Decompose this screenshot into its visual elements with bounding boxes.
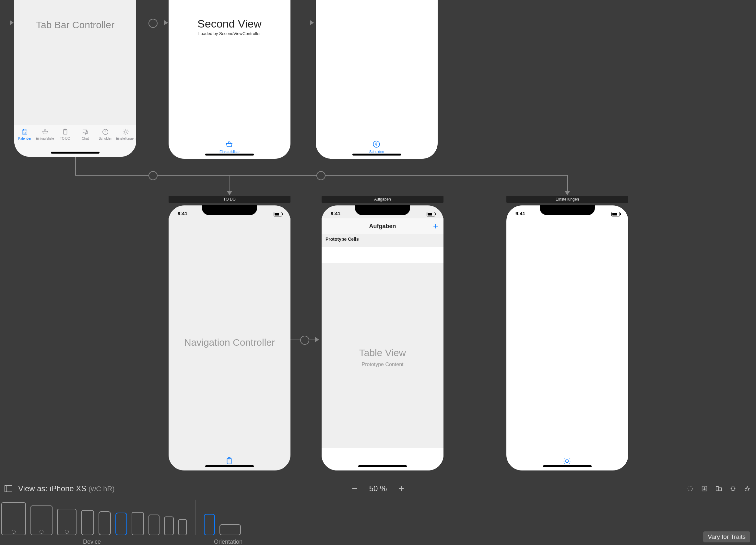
add-button[interactable]: + [433, 221, 438, 231]
align-icon[interactable] [715, 485, 723, 492]
orientation-portrait[interactable] [204, 514, 215, 535]
tab-label: Einstellungen [116, 137, 136, 140]
segue-arrow [290, 23, 311, 23]
tab-item-to do[interactable]: TO DO [55, 128, 75, 140]
battery-icon [611, 212, 620, 217]
tabbar-controller-title: Tab Bar Controller [14, 19, 136, 30]
basket-icon [224, 140, 235, 149]
segue-circle-icon[interactable] [300, 336, 309, 345]
segue-line [567, 175, 568, 192]
scene-tabbar-controller[interactable]: Tab Bar Controller 18KalenderEinkaufslis… [14, 0, 136, 157]
scene-einstellungen-view[interactable]: 9:41 [506, 206, 628, 470]
vary-for-traits-button[interactable]: Vary for Traits [703, 531, 750, 542]
segue-arrow [309, 339, 316, 340]
device-iphone-se[interactable] [164, 516, 174, 535]
device-iphone-4s[interactable] [178, 519, 187, 535]
tab-item-kalender[interactable]: 18Kalender [15, 128, 34, 140]
device-iphone-xs-max[interactable] [81, 510, 94, 535]
gear-icon [562, 457, 573, 466]
scene-label-aufgaben[interactable]: Aufgaben [322, 196, 443, 203]
clipboard-icon [60, 128, 70, 136]
panel-toggle-icon[interactable] [5, 485, 12, 492]
device-ipad-pro-12[interactable] [1, 502, 26, 535]
view-as-label[interactable]: View as: iPhone XS (wC hR) [18, 484, 115, 493]
segue-circle-icon[interactable] [316, 171, 325, 180]
tab-item-chat[interactable]: Chat [76, 128, 95, 140]
tab-item-schulden[interactable]: €Schulden [96, 128, 115, 140]
scene-label-todo[interactable]: TO DO [169, 196, 290, 203]
segue-arrow [136, 23, 149, 23]
svg-point-6 [124, 131, 127, 133]
svg-point-11 [566, 460, 569, 463]
battery-icon [427, 212, 435, 217]
tab-item-einkaufsliste[interactable]: Einkaufsliste [35, 128, 55, 140]
scene-aufgaben-tableview[interactable]: 9:41 Aufgaben + Prototype Cells Table Vi… [322, 206, 443, 470]
table-view-subtitle: Prototype Content [322, 361, 443, 367]
orientation-label: Orientation [214, 539, 242, 545]
device-label: Device [83, 539, 101, 545]
tab-label: Einkaufsliste [219, 150, 240, 154]
view-as-traits: (wC hR) [89, 485, 115, 493]
tab-label: TO DO [60, 137, 70, 140]
scene-label-einstellungen[interactable]: Einstellungen [506, 196, 628, 203]
device-iphone-8[interactable] [148, 515, 159, 535]
segue-arrow [157, 23, 165, 23]
storyboard-canvas[interactable]: Tab Bar Controller 18KalenderEinkaufslis… [0, 0, 756, 480]
tab-label: Chat [82, 137, 89, 140]
scene-second-view[interactable]: Second View Loaded by SecondViewControll… [169, 0, 290, 159]
tab-item-schulden[interactable]: € Schulden [369, 140, 384, 154]
arrow-head-icon [227, 191, 232, 195]
device-ipad-pro-11[interactable] [30, 505, 53, 535]
tab-item-todo[interactable] [224, 457, 235, 466]
resolve-issues-icon[interactable] [743, 485, 751, 492]
zoom-out-button[interactable]: − [350, 484, 360, 493]
prototype-cell[interactable] [322, 247, 443, 264]
zoom-in-button[interactable]: + [396, 484, 406, 493]
home-indicator [205, 465, 254, 467]
orientation-landscape[interactable] [219, 524, 241, 535]
tab-item-einstellungen[interactable] [562, 457, 573, 466]
scene-schulden-view[interactable]: € Schulden [316, 0, 438, 159]
clipboard-icon [224, 457, 235, 466]
scene-todo-nav-controller[interactable]: 9:41 Navigation Controller [169, 206, 290, 470]
device-iphone-8-plus[interactable] [132, 512, 144, 535]
device-picker [1, 500, 241, 535]
calendar-icon: 18 [20, 128, 30, 136]
update-frames-icon[interactable] [686, 485, 694, 492]
pin-icon[interactable] [729, 485, 737, 492]
device-iphone-xr[interactable] [99, 511, 111, 535]
home-indicator [543, 465, 592, 467]
status-bar: 9:41 [169, 209, 290, 217]
device-iphone-xs[interactable] [115, 513, 127, 535]
segue-circle-icon[interactable] [148, 171, 158, 180]
home-indicator [205, 154, 254, 156]
view-as-prefix: View as: [18, 484, 50, 493]
euro-icon: € [100, 128, 110, 136]
basket-icon [40, 128, 50, 136]
svg-text:€: € [105, 130, 107, 134]
view-as-device: iPhone XS [50, 484, 89, 493]
arrow-head-icon [164, 20, 168, 25]
second-view-title: Second View [169, 18, 290, 30]
embed-in-icon[interactable] [700, 485, 709, 492]
arrow-head-icon [315, 337, 319, 342]
divider [195, 500, 195, 535]
tab-item-einstellungen[interactable]: Einstellungen [116, 128, 136, 140]
tab-label: Schulden [99, 137, 112, 140]
device-ipad[interactable] [57, 509, 77, 535]
nav-bar: Aufgaben + [322, 219, 443, 234]
segue-circle-icon[interactable] [148, 19, 158, 28]
svg-text:€: € [375, 142, 378, 147]
table-view-title: Table View [322, 347, 443, 358]
segue-arrow [0, 23, 10, 23]
tab-item-einkaufsliste[interactable]: Einkaufsliste [219, 140, 240, 154]
svg-point-12 [688, 486, 693, 491]
segue-arrow [290, 339, 301, 340]
trait-bar-row1: View as: iPhone XS (wC hR) − 50 % + [0, 480, 756, 497]
zoom-level[interactable]: 50 % [369, 484, 387, 493]
status-time: 9:41 [178, 211, 187, 216]
table-view-body[interactable]: Table View Prototype Content [322, 263, 443, 448]
prototype-cells-header: Prototype Cells [322, 234, 443, 247]
home-indicator [51, 152, 100, 154]
nav-bar [169, 219, 290, 234]
